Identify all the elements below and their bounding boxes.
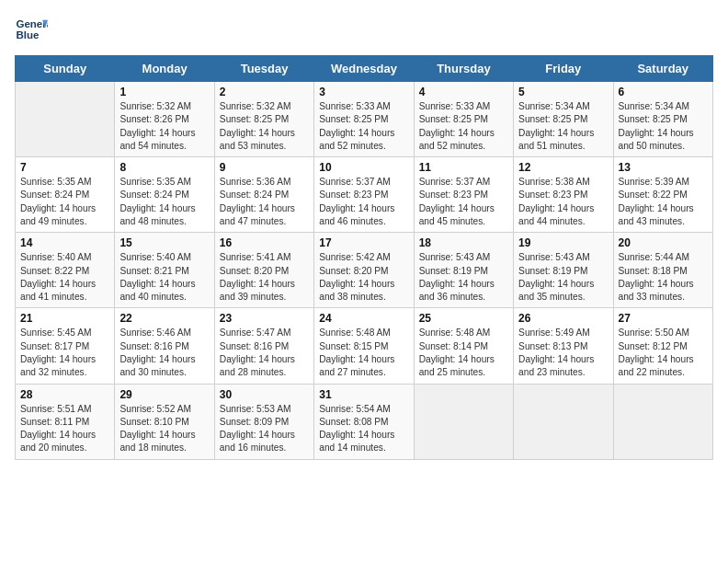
- calendar-cell: 26Sunrise: 5:49 AM Sunset: 8:13 PM Dayli…: [514, 308, 613, 384]
- calendar-cell: 20Sunrise: 5:44 AM Sunset: 8:18 PM Dayli…: [613, 233, 712, 308]
- day-info: Sunrise: 5:54 AM Sunset: 8:08 PM Dayligh…: [319, 403, 408, 455]
- day-number: 20: [619, 236, 708, 249]
- day-info: Sunrise: 5:33 AM Sunset: 8:25 PM Dayligh…: [319, 100, 408, 153]
- calendar-cell: 22Sunrise: 5:46 AM Sunset: 8:16 PM Dayli…: [115, 308, 214, 384]
- calendar-cell: 29Sunrise: 5:52 AM Sunset: 8:10 PM Dayli…: [115, 384, 214, 459]
- day-number: 3: [319, 86, 408, 98]
- day-number: 16: [220, 236, 309, 249]
- day-number: 5: [518, 86, 608, 98]
- day-info: Sunrise: 5:50 AM Sunset: 8:12 PM Dayligh…: [619, 327, 708, 379]
- calendar-cell: [613, 384, 712, 459]
- week-row-4: 21Sunrise: 5:45 AM Sunset: 8:17 PM Dayli…: [16, 308, 713, 384]
- calendar-cell: 17Sunrise: 5:42 AM Sunset: 8:20 PM Dayli…: [314, 233, 414, 308]
- calendar-cell: 18Sunrise: 5:43 AM Sunset: 8:19 PM Dayli…: [414, 233, 513, 308]
- calendar-cell: 27Sunrise: 5:50 AM Sunset: 8:12 PM Dayli…: [613, 308, 712, 384]
- day-info: Sunrise: 5:35 AM Sunset: 8:24 PM Dayligh…: [20, 176, 109, 228]
- calendar-cell: 12Sunrise: 5:38 AM Sunset: 8:23 PM Dayli…: [514, 157, 613, 233]
- day-number: 22: [119, 312, 209, 325]
- day-header-saturday: Saturday: [613, 56, 712, 82]
- day-header-friday: Friday: [514, 56, 613, 82]
- day-header-monday: Monday: [115, 56, 214, 82]
- calendar-table: SundayMondayTuesdayWednesdayThursdayFrid…: [15, 55, 713, 460]
- calendar-cell: [514, 384, 613, 459]
- logo: General Blue: [15, 15, 48, 48]
- calendar-cell: 5Sunrise: 5:34 AM Sunset: 8:25 PM Daylig…: [514, 82, 613, 157]
- day-info: Sunrise: 5:37 AM Sunset: 8:23 PM Dayligh…: [419, 176, 508, 228]
- day-info: Sunrise: 5:53 AM Sunset: 8:09 PM Dayligh…: [220, 403, 309, 455]
- day-number: 18: [419, 236, 508, 249]
- calendar-cell: 4Sunrise: 5:33 AM Sunset: 8:25 PM Daylig…: [414, 82, 513, 157]
- day-info: Sunrise: 5:40 AM Sunset: 8:21 PM Dayligh…: [119, 251, 209, 304]
- day-info: Sunrise: 5:48 AM Sunset: 8:14 PM Dayligh…: [419, 327, 508, 379]
- day-number: 15: [119, 236, 209, 249]
- calendar-cell: [16, 82, 115, 157]
- calendar-cell: 23Sunrise: 5:47 AM Sunset: 8:16 PM Dayli…: [214, 308, 313, 384]
- days-header-row: SundayMondayTuesdayWednesdayThursdayFrid…: [16, 56, 713, 82]
- day-number: 6: [619, 86, 708, 98]
- day-number: 8: [119, 161, 209, 174]
- week-row-3: 14Sunrise: 5:40 AM Sunset: 8:22 PM Dayli…: [16, 233, 713, 308]
- logo-icon: General Blue: [15, 15, 48, 48]
- day-number: 24: [319, 312, 408, 325]
- day-number: 21: [20, 312, 109, 325]
- day-info: Sunrise: 5:41 AM Sunset: 8:20 PM Dayligh…: [220, 251, 309, 304]
- calendar-cell: 13Sunrise: 5:39 AM Sunset: 8:22 PM Dayli…: [613, 157, 712, 233]
- day-number: 26: [518, 312, 608, 325]
- calendar-cell: 7Sunrise: 5:35 AM Sunset: 8:24 PM Daylig…: [16, 157, 115, 233]
- day-header-sunday: Sunday: [16, 56, 115, 82]
- calendar-cell: 3Sunrise: 5:33 AM Sunset: 8:25 PM Daylig…: [314, 82, 414, 157]
- day-info: Sunrise: 5:39 AM Sunset: 8:22 PM Dayligh…: [619, 176, 708, 228]
- day-info: Sunrise: 5:37 AM Sunset: 8:23 PM Dayligh…: [319, 176, 408, 228]
- day-info: Sunrise: 5:46 AM Sunset: 8:16 PM Dayligh…: [119, 327, 209, 379]
- day-info: Sunrise: 5:52 AM Sunset: 8:10 PM Dayligh…: [119, 403, 209, 455]
- day-info: Sunrise: 5:43 AM Sunset: 8:19 PM Dayligh…: [419, 251, 508, 304]
- calendar-cell: 16Sunrise: 5:41 AM Sunset: 8:20 PM Dayli…: [214, 233, 313, 308]
- day-number: 31: [319, 388, 408, 401]
- day-number: 27: [619, 312, 708, 325]
- day-info: Sunrise: 5:40 AM Sunset: 8:22 PM Dayligh…: [20, 251, 109, 304]
- day-header-thursday: Thursday: [414, 56, 513, 82]
- day-number: 10: [319, 161, 408, 174]
- day-number: 29: [119, 388, 209, 401]
- day-number: 11: [419, 161, 508, 174]
- calendar-cell: 6Sunrise: 5:34 AM Sunset: 8:25 PM Daylig…: [613, 82, 712, 157]
- calendar-cell: [414, 384, 513, 459]
- day-header-wednesday: Wednesday: [314, 56, 414, 82]
- day-header-tuesday: Tuesday: [214, 56, 313, 82]
- calendar-cell: 1Sunrise: 5:32 AM Sunset: 8:26 PM Daylig…: [115, 82, 214, 157]
- calendar-cell: 28Sunrise: 5:51 AM Sunset: 8:11 PM Dayli…: [16, 384, 115, 459]
- day-info: Sunrise: 5:34 AM Sunset: 8:25 PM Dayligh…: [619, 100, 708, 153]
- day-info: Sunrise: 5:43 AM Sunset: 8:19 PM Dayligh…: [518, 251, 608, 304]
- calendar-cell: 30Sunrise: 5:53 AM Sunset: 8:09 PM Dayli…: [214, 384, 313, 459]
- day-number: 7: [20, 161, 109, 174]
- day-info: Sunrise: 5:44 AM Sunset: 8:18 PM Dayligh…: [619, 251, 708, 304]
- calendar-cell: 24Sunrise: 5:48 AM Sunset: 8:15 PM Dayli…: [314, 308, 414, 384]
- calendar-cell: 15Sunrise: 5:40 AM Sunset: 8:21 PM Dayli…: [115, 233, 214, 308]
- day-info: Sunrise: 5:49 AM Sunset: 8:13 PM Dayligh…: [518, 327, 608, 379]
- day-info: Sunrise: 5:48 AM Sunset: 8:15 PM Dayligh…: [319, 327, 408, 379]
- day-info: Sunrise: 5:35 AM Sunset: 8:24 PM Dayligh…: [119, 176, 209, 228]
- day-info: Sunrise: 5:38 AM Sunset: 8:23 PM Dayligh…: [518, 176, 608, 228]
- calendar-cell: 2Sunrise: 5:32 AM Sunset: 8:25 PM Daylig…: [214, 82, 313, 157]
- calendar-cell: 25Sunrise: 5:48 AM Sunset: 8:14 PM Dayli…: [414, 308, 513, 384]
- day-number: 28: [20, 388, 109, 401]
- calendar-cell: 21Sunrise: 5:45 AM Sunset: 8:17 PM Dayli…: [16, 308, 115, 384]
- day-number: 12: [518, 161, 608, 174]
- day-info: Sunrise: 5:32 AM Sunset: 8:25 PM Dayligh…: [220, 100, 309, 153]
- calendar-cell: 31Sunrise: 5:54 AM Sunset: 8:08 PM Dayli…: [314, 384, 414, 459]
- calendar-cell: 11Sunrise: 5:37 AM Sunset: 8:23 PM Dayli…: [414, 157, 513, 233]
- calendar-cell: 19Sunrise: 5:43 AM Sunset: 8:19 PM Dayli…: [514, 233, 613, 308]
- day-number: 4: [419, 86, 508, 98]
- svg-text:Blue: Blue: [16, 29, 40, 40]
- week-row-2: 7Sunrise: 5:35 AM Sunset: 8:24 PM Daylig…: [16, 157, 713, 233]
- day-info: Sunrise: 5:32 AM Sunset: 8:26 PM Dayligh…: [119, 100, 209, 153]
- week-row-5: 28Sunrise: 5:51 AM Sunset: 8:11 PM Dayli…: [16, 384, 713, 459]
- calendar-cell: 8Sunrise: 5:35 AM Sunset: 8:24 PM Daylig…: [115, 157, 214, 233]
- calendar-body: 1Sunrise: 5:32 AM Sunset: 8:26 PM Daylig…: [16, 82, 713, 460]
- day-number: 9: [220, 161, 309, 174]
- week-row-1: 1Sunrise: 5:32 AM Sunset: 8:26 PM Daylig…: [16, 82, 713, 157]
- calendar-cell: 10Sunrise: 5:37 AM Sunset: 8:23 PM Dayli…: [314, 157, 414, 233]
- calendar-cell: 14Sunrise: 5:40 AM Sunset: 8:22 PM Dayli…: [16, 233, 115, 308]
- day-info: Sunrise: 5:34 AM Sunset: 8:25 PM Dayligh…: [518, 100, 608, 153]
- header: General Blue: [15, 15, 713, 48]
